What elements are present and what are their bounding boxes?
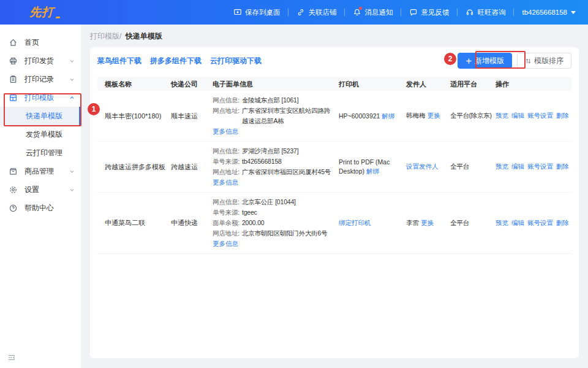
courier-name: 中通快递: [164, 218, 205, 228]
sidebar-subitem-shipping-list-template[interactable]: 发货单模版: [0, 125, 81, 144]
table-row: 跨越速运拼多多模板 跨越速运 网点信息:罗湖沙湾点部 [5237] 单号来源:t…: [97, 142, 571, 193]
app-logo[interactable]: 先打: [29, 4, 60, 20]
sidebar-item-settings[interactable]: 设置: [0, 180, 81, 199]
info-value: 金陵城东点部 [1061]: [242, 95, 299, 105]
sidebar-item-label: 帮助中心: [24, 203, 54, 213]
sidebar-item-goods[interactable]: 商品管理: [0, 162, 81, 180]
printer-cell: Print to PDF (Mac Desktop) 解绑: [331, 158, 399, 176]
info-label: 单号来源:: [213, 207, 239, 218]
table-row: 顺丰丰密(100*180) 顺丰速运 网点信息:金陵城东点部 [1061] 网点…: [97, 91, 571, 142]
col-printer: 打印机: [331, 80, 399, 89]
info-value: 广东省深圳市福田区岗厦村45号: [242, 167, 331, 177]
template-icon: [9, 93, 18, 102]
preview-link[interactable]: 预览: [496, 163, 508, 171]
menu-item-label: 意见反馈: [421, 8, 449, 17]
edit-link[interactable]: 编辑: [511, 219, 524, 228]
delete-link[interactable]: 删除: [556, 163, 569, 171]
headset-icon: [466, 8, 474, 17]
menu-fold-icon: [7, 353, 16, 362]
feedback-button[interactable]: 意见反馈: [401, 8, 457, 17]
col-actions: 操作: [488, 80, 570, 89]
account-settings-link[interactable]: 账号设置: [527, 112, 553, 120]
table-row: 中通菜鸟二联 中通快递 网点信息:北京车公庄 [01044] 单号来源:tgee…: [97, 193, 571, 254]
download-links: 菜鸟组件下载 拼多多组件下载 云打印驱动下载: [97, 56, 262, 66]
sidebar-collapse-button[interactable]: [7, 353, 16, 362]
topbar-menu: 保存到桌面 关联店铺 消息通知 意见反馈: [225, 8, 576, 17]
help-icon: [9, 204, 18, 213]
logo-text: 先打: [29, 4, 54, 20]
breadcrumb: 打印模版/ 快递单模版: [90, 31, 162, 42]
col-template-name: 模板名称: [97, 80, 164, 89]
sidebar-item-label: 云打印管理: [26, 148, 62, 158]
sender-name: 韩梅梅: [406, 112, 426, 119]
more-info-link[interactable]: 更多信息: [213, 126, 238, 137]
record-icon: [9, 75, 18, 84]
preview-link[interactable]: 预览: [496, 219, 508, 228]
wangwang-consult-button[interactable]: 旺旺咨询: [458, 8, 513, 17]
feedback-icon: [409, 8, 418, 17]
notification-badge: [359, 7, 362, 10]
more-info-link[interactable]: 更多信息: [213, 239, 238, 249]
actions-cell: 预览 编辑 账号设置 删除: [488, 163, 570, 171]
sort-template-button[interactable]: 模版排序: [517, 53, 571, 69]
waybill-info-cell: 网点信息:罗湖沙湾点部 [5237] 单号来源:tb4265668158 网点地…: [205, 146, 331, 188]
delete-link[interactable]: 删除: [556, 219, 569, 228]
cloud-print-driver-download-link[interactable]: 云打印驱动下载: [210, 56, 262, 66]
preview-link[interactable]: 预览: [496, 112, 508, 120]
info-label: 网点地址:: [213, 167, 239, 177]
sidebar-item-label: 打印发货: [24, 56, 54, 66]
sidebar-item-print-ship[interactable]: 打印发货: [0, 52, 81, 70]
unbind-printer-link[interactable]: 解绑: [366, 167, 379, 175]
chevron-down-icon: [69, 187, 75, 193]
change-sender-link[interactable]: 更换: [421, 219, 434, 226]
sidebar-subitem-cloud-print[interactable]: 云打印管理: [0, 144, 81, 162]
save-to-desktop-button[interactable]: 保存到桌面: [225, 8, 288, 17]
col-platform: 适用平台: [443, 80, 488, 89]
info-label: 面单余额:: [213, 218, 239, 228]
caret-down-icon: [571, 11, 576, 14]
account-menu[interactable]: tb4265668158: [514, 9, 576, 16]
add-template-button[interactable]: 新增模版: [458, 53, 512, 69]
account-settings-link[interactable]: 账号设置: [527, 219, 553, 228]
info-label: 单号来源:: [213, 156, 239, 167]
menu-item-label: 关联店铺: [308, 8, 336, 17]
more-info-link[interactable]: 更多信息: [213, 177, 238, 188]
link-icon: [296, 8, 305, 17]
sort-icon: [525, 58, 532, 64]
sender-name: 李雷: [406, 219, 419, 226]
edit-link[interactable]: 编辑: [511, 112, 524, 120]
sidebar-item-print-templates[interactable]: 打印模版: [0, 88, 81, 107]
unbind-printer-link[interactable]: 解绑: [382, 112, 394, 120]
sidebar-item-help[interactable]: 帮助中心: [0, 199, 81, 217]
app-window: 先打 保存到桌面 关联店铺 消息通知: [0, 0, 588, 368]
table-header: 模板名称 快递公司 电子面单信息 打印机 发件人 适用平台 操作: [97, 77, 571, 91]
template-name: 顺丰丰密(100*180): [97, 112, 164, 121]
menu-item-label: 保存到桌面: [245, 8, 281, 17]
actions-cell: 预览 编辑 账号设置 删除: [488, 219, 570, 228]
account-settings-link[interactable]: 账号设置: [527, 163, 553, 171]
cainiao-component-download-link[interactable]: 菜鸟组件下载: [97, 56, 141, 66]
waybill-info-cell: 网点信息:北京车公庄 [01044] 单号来源:tgeec 面单余额:2000.…: [205, 197, 331, 249]
bell-icon: [353, 8, 361, 17]
edit-link[interactable]: 编辑: [511, 163, 524, 171]
sidebar-item-label: 打印模版: [24, 93, 54, 103]
bind-printer-link[interactable]: 绑定打印机: [339, 219, 371, 226]
breadcrumb-section[interactable]: 打印模版/: [90, 32, 121, 40]
delete-link[interactable]: 删除: [556, 112, 569, 120]
courier-name: 跨越速运: [164, 163, 205, 172]
sidebar-subitem-waybill-template[interactable]: 快递单模版: [0, 107, 81, 125]
annotation-step-2: 2: [444, 53, 456, 65]
toolbar: 菜鸟组件下载 拼多多组件下载 云打印驱动下载 新增模版 模版排序: [97, 47, 571, 69]
link-shop-button[interactable]: 关联店铺: [288, 8, 344, 17]
info-value: 广东省深圳市宝安区航站四路跨越速运总部A栋: [242, 105, 331, 126]
sender-cell: 设置发件人: [399, 163, 443, 171]
set-sender-link[interactable]: 设置发件人: [406, 163, 439, 170]
notifications-button[interactable]: 消息通知: [345, 8, 401, 17]
info-label: 网点地址:: [213, 105, 239, 126]
pinduoduo-component-download-link[interactable]: 拼多多组件下载: [150, 56, 202, 66]
sidebar-item-label: 设置: [24, 185, 39, 195]
change-sender-link[interactable]: 更换: [427, 112, 440, 119]
sidebar-item-home[interactable]: 首页: [0, 33, 81, 52]
sidebar-item-print-records[interactable]: 打印记录: [0, 70, 81, 88]
chevron-down-icon: [69, 169, 75, 174]
